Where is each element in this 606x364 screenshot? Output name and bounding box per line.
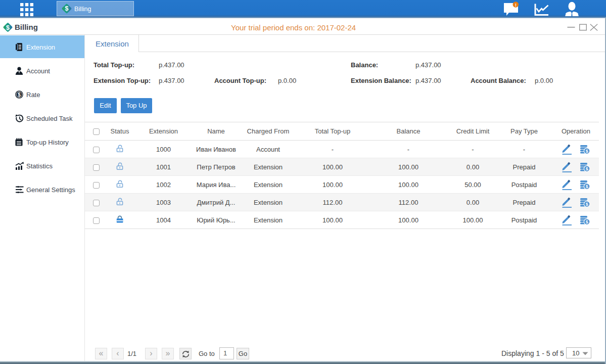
svg-text:$: $ bbox=[65, 5, 69, 12]
svg-text:$: $ bbox=[18, 92, 21, 98]
svg-text:!: ! bbox=[515, 3, 517, 8]
svg-text:$: $ bbox=[586, 202, 588, 207]
svg-text:$: $ bbox=[6, 24, 10, 31]
svg-text:$: $ bbox=[586, 149, 588, 154]
svg-text:$: $ bbox=[586, 219, 588, 224]
svg-text:$: $ bbox=[586, 166, 588, 171]
svg-text:$: $ bbox=[586, 184, 588, 189]
